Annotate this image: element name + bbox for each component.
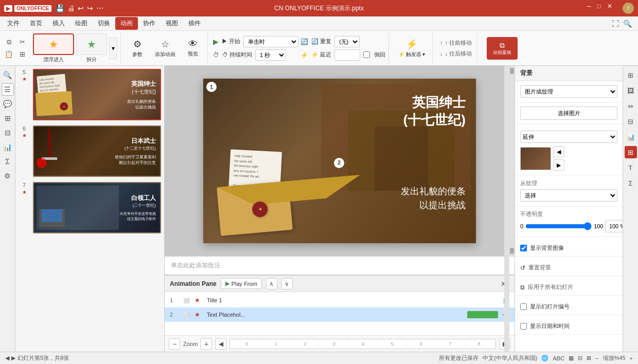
layout-btn[interactable]: ⊞ [2,112,14,124]
tl-nav-left[interactable]: ◀ [215,338,226,350]
user-avatar[interactable]: f [623,3,634,14]
menu-home[interactable]: 首页 [25,17,47,30]
notes-area[interactable]: 单击此处添加批注 [165,256,515,275]
anim-nav-up[interactable]: ∧ [266,278,277,289]
delay-input[interactable]: 0 秒 [334,49,360,61]
window-close[interactable]: ✕ [607,3,612,14]
left-toolbar: 🔍 ☰ 💬 ⊞ ⊟ 📊 Σ ⚙ [0,66,15,352]
rt-chart-btn[interactable]: 📊 [625,131,637,143]
rt-resize-btn[interactable]: ⇔ [625,100,637,112]
menu-insert[interactable]: 插入 [47,17,70,30]
anim-expand-btn[interactable]: ▾ [109,38,117,59]
menu-draw[interactable]: 绘图 [70,17,93,30]
anim-split-btn[interactable]: ★ [76,33,107,55]
rp-stretch-select[interactable]: 延伸 平铺 [520,131,617,143]
paste-icon[interactable]: 📋 [3,49,14,60]
rp-select-img-btn[interactable]: 选择图片 [520,106,617,120]
language[interactable]: 中文(中华人民共和国) [483,354,537,362]
format-icon[interactable]: ⊞ [16,49,28,60]
add-anim-btn[interactable]: ☆ 添加动画 [151,37,180,60]
save-icon[interactable]: 💾 [56,4,64,12]
duration-select[interactable]: 1 秒 0.5 秒 2 秒 [255,49,286,61]
search-icon[interactable]: 🔍 [623,20,632,28]
slide-thumbnail[interactable]: 白领工人 (二十一世纪) 向竞争对手发送带有挑战主题的电子邮件 [33,182,161,233]
view-icon-page[interactable]: ⊠ [587,355,591,361]
globe-icon[interactable]: 🌐 [541,355,548,361]
tl-minus-btn[interactable]: − [169,338,180,350]
rp-opacity-slider[interactable] [525,222,592,230]
slide-prev-btn[interactable]: ◀ [5,355,9,361]
slide-thumbnail[interactable]: 日本武士 (十二至十七世纪) 使他们的守卫紧紧着剑赖以引起对手的注意 [33,125,161,177]
settings-btn[interactable]: ⚙ [2,170,14,182]
table-btn[interactable]: ⊟ [2,126,14,139]
anim-nav-down[interactable]: ∨ [281,278,293,289]
menu-file[interactable]: 文件 [2,17,25,30]
canvas-area: nally insulted the same silk the previou… [165,66,515,352]
menu-bar: 文件 首页 插入 绘图 切换 动画 协作 视图 插件 ⛶ 🔍 [0,16,638,31]
comments-btn[interactable]: 💬 [2,98,14,110]
rp-show-bg-checkbox[interactable] [520,245,527,251]
slide-main[interactable]: nally insulted the same silk the previou… [203,79,476,243]
menu-view[interactable]: 视图 [161,17,183,30]
view-icon-list[interactable]: ⊟ [578,355,582,361]
spell-icon[interactable]: ABC [553,355,564,361]
rp-show-num-checkbox[interactable] [520,303,527,310]
repeat-select[interactable]: (无) 2 3 [334,36,360,47]
tl-plus-btn[interactable]: + [201,338,212,350]
rt-text-btn[interactable]: T [625,161,637,174]
rp-opacity-input[interactable] [605,220,623,232]
slide-next-btn[interactable]: ▶ [11,355,15,361]
anim-play-from-btn[interactable]: ▶ Play From [221,278,262,289]
window-maximize[interactable]: □ [597,3,601,14]
rp-apply-all-label[interactable]: 应用于所有幻灯片 [528,283,573,291]
rt-formula-btn[interactable]: Σ [625,177,637,189]
rp-prev-img-btn[interactable]: ◀ [553,146,564,157]
rp-reset-label[interactable]: 重置背景 [528,264,551,271]
window-minimize[interactable]: ─ [587,3,591,14]
anim-float-btn[interactable]: ★ [33,33,74,55]
canvas-scrollbar-vert[interactable] [509,66,515,256]
rp-show-date-checkbox[interactable] [520,323,527,330]
rp-texture-select[interactable]: 选择 [520,189,617,202]
slide-item[interactable]: 6 ★ 日本武士 (十二至十七世纪) 使他们的守卫紧紧着剑赖以引起对手的注意 [17,124,162,178]
anim-row[interactable]: 2 ⬜ ★ Text Placehol... ⋯ [165,307,515,322]
menu-plugins[interactable]: 插件 [183,17,206,30]
trigger-btn[interactable]: ⚡ ⚡ 触发器 ▾ [394,37,429,60]
move-forward-btn[interactable]: ↑ ↑ 往前移动 [438,38,474,48]
zoom-in-btn[interactable]: + [630,355,633,361]
anim-row[interactable]: 1 ⬜ ★ Title 1 ▶ [165,293,515,307]
preview-btn[interactable]: 👁 预览 [182,37,204,60]
view-icon-grid[interactable]: ▦ [569,355,574,361]
slides-view-btn[interactable]: ☰ [2,83,14,96]
reverse-checkbox[interactable] [363,51,370,58]
formula-btn[interactable]: Σ [2,155,14,168]
rt-img-btn[interactable]: 🖼 [625,84,637,97]
more-icon[interactable]: ⋯ [96,4,103,12]
redo-icon[interactable]: ↪ [87,4,93,12]
zoom-out-btn[interactable]: − [595,355,598,361]
undo-icon[interactable]: ↩ [78,4,84,12]
params-btn[interactable]: ⚙ 参数 [126,37,149,60]
menu-transition[interactable]: 切换 [93,17,115,30]
menu-animation[interactable]: 动画 [115,17,138,30]
rp-bg-type-select[interactable]: 图片或纹理 纯色填充 渐变填充 [520,85,617,98]
chart-btn[interactable]: 📊 [2,141,14,153]
print-icon[interactable]: 🖨 [67,4,75,12]
fullscreen-icon[interactable]: ⛶ [612,20,619,28]
copy-icon[interactable]: ⧉ [3,37,14,47]
menu-collaborate[interactable]: 协作 [138,17,161,30]
rt-table-btn[interactable]: ⊟ [625,115,637,128]
slide-thumbnail[interactable]: nally insultedthe same silkthe previous … [33,69,161,120]
rt-anim-btn[interactable]: ⊞ [625,146,637,158]
cut-icon[interactable]: ✂ [16,37,28,47]
move-backward-btn[interactable]: ↓ ↓ 往后移动 [438,49,474,59]
notes-scrollbar[interactable] [504,66,509,352]
slide-item[interactable]: 5 ★ nally insultedthe same silkthe previ… [17,68,162,121]
rp-next-img-btn[interactable]: ▶ [553,159,564,171]
zoom-btn[interactable]: 🔍 [2,69,14,81]
anim-pane-btn[interactable]: ⧉ 动画窗格 [487,37,518,60]
slide-item[interactable]: 7 ★ 白领工人 (二十一世纪) 向竞争对手发送带有挑战主题的电子邮件 [17,181,162,234]
trigger-label: ⚡ 触发器 [398,51,421,58]
start-select[interactable]: 单击时 与上一动画同时 上一动画后 [243,36,298,47]
rt-layout-btn[interactable]: ⊞ [625,69,637,81]
